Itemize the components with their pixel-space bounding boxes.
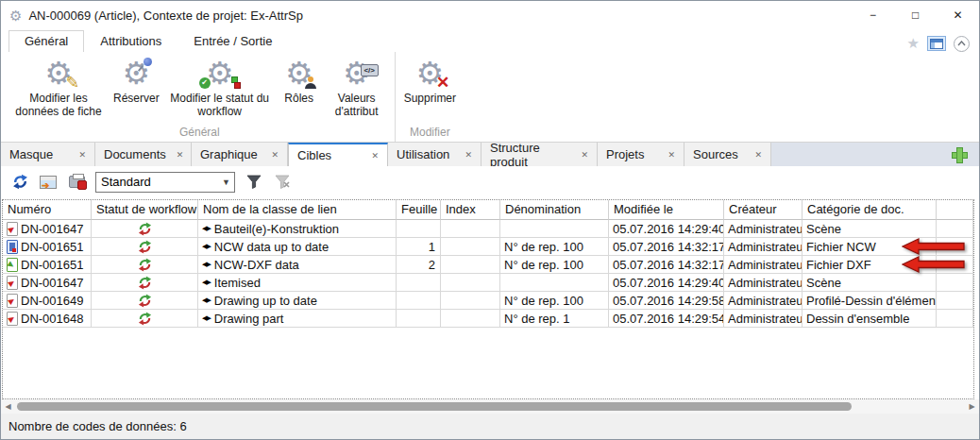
close-tab-icon[interactable]: ✕ [665, 148, 678, 161]
workflow-status-icon [138, 258, 152, 272]
ribbon-group-label-general: Général [8, 126, 391, 142]
link-direction-icon: ◀▶ [202, 314, 211, 322]
add-tab-plus-icon[interactable] [952, 147, 966, 161]
clear-filter-icon[interactable] [273, 174, 292, 191]
cell-statut [92, 220, 198, 238]
delete-button[interactable]: ⚙✕ Supprimer [399, 52, 461, 105]
cell-categorie: Profilé-Dessin d'élément [803, 292, 937, 310]
cell-classe: ◀▶Itemised [198, 274, 397, 292]
gear-pin-icon: ⚙ [117, 55, 155, 91]
close-tab-icon[interactable]: ✕ [462, 148, 475, 161]
tab-masque[interactable]: Masque ✕ [1, 143, 95, 166]
record-count-text: Nombre de codes de données: 6 [8, 419, 187, 433]
dropdown-arrow-icon: ▼ [218, 178, 234, 187]
close-button[interactable]: ✕ [937, 1, 979, 29]
minimize-button[interactable]: − [852, 1, 894, 29]
tab-utilisation[interactable]: Utilisation ✕ [388, 143, 482, 166]
column-header-index[interactable]: Index [441, 200, 500, 220]
ribbon-group-modifier: ⚙✕ Supprimer Modifier [396, 52, 465, 142]
tab-projets[interactable]: Projets ✕ [598, 143, 684, 166]
cell-trailing [937, 220, 973, 238]
close-tab-icon[interactable]: ✕ [752, 148, 765, 161]
annotation-arrow-icon [902, 237, 966, 256]
cell-index [441, 292, 500, 310]
maximize-button[interactable]: □ [894, 1, 937, 29]
cell-index [441, 256, 500, 274]
favorite-star-icon[interactable]: ★ [907, 35, 920, 52]
collapse-ribbon-chevron-icon[interactable] [954, 36, 970, 52]
cell-numero: DN-001649 [3, 292, 92, 310]
table-row[interactable]: DN-001647 ◀▶Itemised05.07.2016 14:29:40A… [3, 274, 973, 292]
close-tab-icon[interactable]: ✕ [578, 148, 591, 161]
workflow-status-icon [138, 222, 152, 236]
table-row[interactable]: DN-001647 ◀▶Bauteil(e)-Konstruktion05.07… [3, 220, 973, 238]
cell-createur: Administrateur [724, 292, 803, 310]
reserve-button[interactable]: ⚙ Réserver [109, 52, 164, 105]
close-tab-icon[interactable]: ✕ [268, 148, 281, 161]
modify-record-data-button[interactable]: ⚙✎ Modifier les données de fiche [8, 52, 109, 118]
column-header-categorie[interactable]: Catégorie de doc. [803, 200, 937, 220]
column-header-classe[interactable]: Nom de la classe de lien [198, 200, 397, 220]
link-direction-icon: ◀▶ [202, 225, 211, 232]
cell-categorie: Scène [803, 220, 937, 238]
ribbon-tab-bar: Général Attributions Entrée / Sortie ★ [1, 29, 979, 52]
column-header-numero[interactable]: Numéro [3, 200, 92, 220]
cell-feuille: 2 [397, 256, 441, 274]
modify-workflow-status-button[interactable]: ⚙✔ Modifier le statut du workflow [164, 52, 276, 118]
scrollbar-thumb[interactable] [17, 402, 852, 411]
filter-icon[interactable] [245, 174, 263, 191]
column-header-modifiee[interactable]: Modifiée le [609, 200, 724, 220]
ribbon-tab-general[interactable]: Général [8, 30, 84, 52]
cell-feuille [397, 274, 441, 292]
cell-feuille: 1 [397, 238, 441, 256]
document-red-icon [7, 276, 18, 290]
column-header-trailing[interactable] [937, 200, 973, 220]
cell-createur: Administrateur [724, 310, 803, 328]
column-header-statut[interactable]: Statut de workflow [92, 200, 198, 220]
cell-statut [92, 310, 198, 328]
table-row[interactable]: DN-001651 ◀▶NCW-DXF data2N° de rep. 1000… [3, 256, 973, 274]
horizontal-scrollbar[interactable]: ◀ ▶ [1, 399, 979, 414]
tab-sources[interactable]: Sources ✕ [684, 143, 771, 166]
table-row[interactable]: DN-001651 ◀▶NCW data up to date1N° de re… [3, 238, 973, 256]
attribute-values-button[interactable]: ⚙</> Valeurs d'attribut [323, 52, 391, 118]
cell-denomination [500, 274, 609, 292]
link-direction-icon: ◀▶ [202, 296, 211, 304]
view-select-dropdown[interactable]: Standard ▼ [95, 172, 235, 193]
list-toolbar: Standard ▼ [1, 166, 979, 197]
tab-documents[interactable]: Documents ✕ [95, 143, 192, 166]
cell-denomination: N° de rep. 100 [500, 256, 609, 274]
ribbon-tab-attributions[interactable]: Attributions [84, 30, 177, 52]
mask-view-icon[interactable] [39, 174, 58, 191]
scroll-left-arrow-icon[interactable]: ◀ [1, 399, 15, 414]
gear-attribute-code-icon: ⚙</> [338, 55, 376, 91]
refresh-icon[interactable] [10, 174, 29, 191]
table-row[interactable]: DN-001648 ◀▶Drawing partN° de rep. 105.0… [3, 310, 973, 328]
column-header-denomination[interactable]: Dénomination [500, 200, 609, 220]
panel-layout-icon[interactable] [927, 36, 946, 51]
tab-cibles[interactable]: Cibles ✕ [288, 143, 388, 166]
close-tab-icon[interactable]: ✕ [368, 149, 381, 162]
cell-statut [92, 274, 198, 292]
close-tab-icon[interactable]: ✕ [76, 148, 89, 161]
tab-graphique[interactable]: Graphique ✕ [192, 143, 288, 166]
scroll-right-arrow-icon[interactable]: ▶ [965, 399, 979, 414]
ribbon-tab-entree-sortie[interactable]: Entrée / Sortie [177, 30, 288, 52]
table-row[interactable]: DN-001649 ◀▶Drawing up to dateN° de rep.… [3, 292, 973, 310]
column-header-createur[interactable]: Créateur [724, 200, 803, 220]
document-red-icon [7, 222, 18, 236]
gear-delete-icon: ⚙✕ [411, 55, 448, 91]
annotation-arrow-icon [902, 255, 966, 274]
print-icon[interactable] [67, 174, 86, 191]
document-ncw-icon [7, 240, 18, 254]
table-body: DN-001647 ◀▶Bauteil(e)-Konstruktion05.07… [3, 220, 973, 328]
link-direction-icon: ◀▶ [202, 279, 211, 286]
roles-button[interactable]: ⚙ Rôles [276, 52, 323, 105]
cell-categorie: Dessin d'ensemble [803, 310, 937, 328]
column-header-feuille[interactable]: Feuille [397, 200, 441, 220]
cell-denomination [500, 220, 609, 238]
cell-createur: Administrateur [724, 238, 803, 256]
cell-numero: DN-001647 [3, 220, 92, 238]
tab-structure-produit[interactable]: Structure produit ✕ [482, 143, 598, 166]
close-tab-icon[interactable]: ✕ [174, 148, 187, 161]
